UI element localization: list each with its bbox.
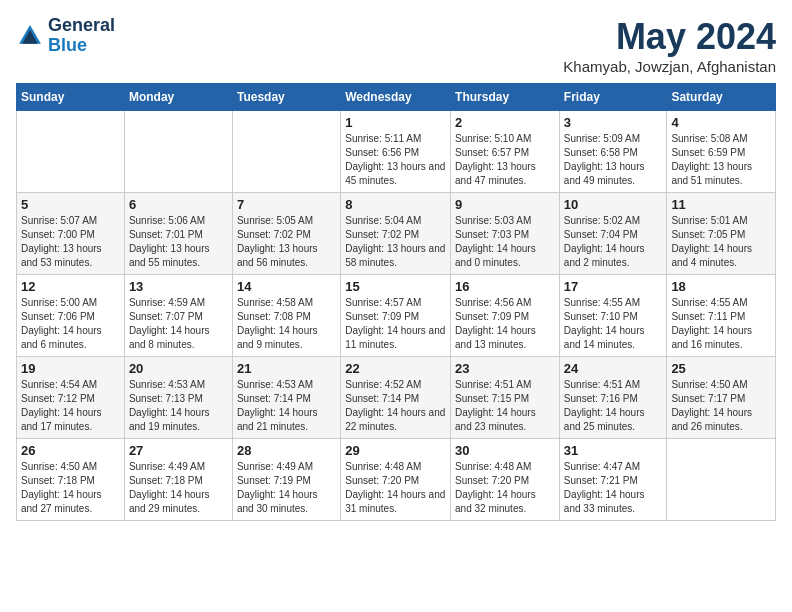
day-number: 21 xyxy=(237,361,336,376)
day-number: 14 xyxy=(237,279,336,294)
day-info: Sunrise: 4:59 AM Sunset: 7:07 PM Dayligh… xyxy=(129,296,228,352)
day-info: Sunrise: 4:51 AM Sunset: 7:16 PM Dayligh… xyxy=(564,378,663,434)
calendar-cell: 18Sunrise: 4:55 AM Sunset: 7:11 PM Dayli… xyxy=(667,275,776,357)
calendar-cell: 13Sunrise: 4:59 AM Sunset: 7:07 PM Dayli… xyxy=(124,275,232,357)
day-number: 15 xyxy=(345,279,446,294)
weekday-header-friday: Friday xyxy=(559,84,667,111)
week-row-0: 1Sunrise: 5:11 AM Sunset: 6:56 PM Daylig… xyxy=(17,111,776,193)
day-number: 20 xyxy=(129,361,228,376)
day-number: 7 xyxy=(237,197,336,212)
weekday-header-row: SundayMondayTuesdayWednesdayThursdayFrid… xyxy=(17,84,776,111)
day-number: 24 xyxy=(564,361,663,376)
calendar-cell: 3Sunrise: 5:09 AM Sunset: 6:58 PM Daylig… xyxy=(559,111,667,193)
weekday-header-saturday: Saturday xyxy=(667,84,776,111)
calendar-cell: 9Sunrise: 5:03 AM Sunset: 7:03 PM Daylig… xyxy=(451,193,560,275)
weekday-header-thursday: Thursday xyxy=(451,84,560,111)
logo-icon xyxy=(16,22,44,50)
day-info: Sunrise: 4:48 AM Sunset: 7:20 PM Dayligh… xyxy=(345,460,446,516)
day-number: 9 xyxy=(455,197,555,212)
calendar-table: SundayMondayTuesdayWednesdayThursdayFrid… xyxy=(16,83,776,521)
day-number: 28 xyxy=(237,443,336,458)
day-number: 16 xyxy=(455,279,555,294)
calendar-cell: 7Sunrise: 5:05 AM Sunset: 7:02 PM Daylig… xyxy=(232,193,340,275)
day-info: Sunrise: 5:00 AM Sunset: 7:06 PM Dayligh… xyxy=(21,296,120,352)
calendar-cell: 8Sunrise: 5:04 AM Sunset: 7:02 PM Daylig… xyxy=(341,193,451,275)
logo: General Blue xyxy=(16,16,115,56)
calendar-body: 1Sunrise: 5:11 AM Sunset: 6:56 PM Daylig… xyxy=(17,111,776,521)
calendar-cell: 31Sunrise: 4:47 AM Sunset: 7:21 PM Dayli… xyxy=(559,439,667,521)
day-info: Sunrise: 5:06 AM Sunset: 7:01 PM Dayligh… xyxy=(129,214,228,270)
month-title: May 2024 xyxy=(563,16,776,58)
day-info: Sunrise: 4:55 AM Sunset: 7:10 PM Dayligh… xyxy=(564,296,663,352)
day-number: 2 xyxy=(455,115,555,130)
calendar-cell: 1Sunrise: 5:11 AM Sunset: 6:56 PM Daylig… xyxy=(341,111,451,193)
calendar-cell xyxy=(232,111,340,193)
day-info: Sunrise: 5:08 AM Sunset: 6:59 PM Dayligh… xyxy=(671,132,771,188)
calendar-cell xyxy=(124,111,232,193)
calendar-cell: 21Sunrise: 4:53 AM Sunset: 7:14 PM Dayli… xyxy=(232,357,340,439)
weekday-header-tuesday: Tuesday xyxy=(232,84,340,111)
calendar-cell: 12Sunrise: 5:00 AM Sunset: 7:06 PM Dayli… xyxy=(17,275,125,357)
calendar-cell: 15Sunrise: 4:57 AM Sunset: 7:09 PM Dayli… xyxy=(341,275,451,357)
day-number: 26 xyxy=(21,443,120,458)
calendar-cell: 11Sunrise: 5:01 AM Sunset: 7:05 PM Dayli… xyxy=(667,193,776,275)
day-number: 13 xyxy=(129,279,228,294)
day-info: Sunrise: 5:09 AM Sunset: 6:58 PM Dayligh… xyxy=(564,132,663,188)
day-number: 5 xyxy=(21,197,120,212)
day-info: Sunrise: 5:05 AM Sunset: 7:02 PM Dayligh… xyxy=(237,214,336,270)
day-info: Sunrise: 5:11 AM Sunset: 6:56 PM Dayligh… xyxy=(345,132,446,188)
day-number: 10 xyxy=(564,197,663,212)
calendar-cell: 17Sunrise: 4:55 AM Sunset: 7:10 PM Dayli… xyxy=(559,275,667,357)
day-info: Sunrise: 5:04 AM Sunset: 7:02 PM Dayligh… xyxy=(345,214,446,270)
calendar-cell: 14Sunrise: 4:58 AM Sunset: 7:08 PM Dayli… xyxy=(232,275,340,357)
day-number: 12 xyxy=(21,279,120,294)
week-row-3: 19Sunrise: 4:54 AM Sunset: 7:12 PM Dayli… xyxy=(17,357,776,439)
day-number: 22 xyxy=(345,361,446,376)
day-info: Sunrise: 4:56 AM Sunset: 7:09 PM Dayligh… xyxy=(455,296,555,352)
day-info: Sunrise: 4:49 AM Sunset: 7:19 PM Dayligh… xyxy=(237,460,336,516)
week-row-4: 26Sunrise: 4:50 AM Sunset: 7:18 PM Dayli… xyxy=(17,439,776,521)
day-number: 19 xyxy=(21,361,120,376)
location-subtitle: Khamyab, Jowzjan, Afghanistan xyxy=(563,58,776,75)
day-info: Sunrise: 4:50 AM Sunset: 7:18 PM Dayligh… xyxy=(21,460,120,516)
calendar-cell: 24Sunrise: 4:51 AM Sunset: 7:16 PM Dayli… xyxy=(559,357,667,439)
calendar-cell: 6Sunrise: 5:06 AM Sunset: 7:01 PM Daylig… xyxy=(124,193,232,275)
day-info: Sunrise: 4:53 AM Sunset: 7:14 PM Dayligh… xyxy=(237,378,336,434)
weekday-header-monday: Monday xyxy=(124,84,232,111)
calendar-cell: 5Sunrise: 5:07 AM Sunset: 7:00 PM Daylig… xyxy=(17,193,125,275)
day-number: 8 xyxy=(345,197,446,212)
day-info: Sunrise: 4:54 AM Sunset: 7:12 PM Dayligh… xyxy=(21,378,120,434)
calendar-cell: 20Sunrise: 4:53 AM Sunset: 7:13 PM Dayli… xyxy=(124,357,232,439)
page-header: General Blue May 2024 Khamyab, Jowzjan, … xyxy=(16,16,776,75)
week-row-1: 5Sunrise: 5:07 AM Sunset: 7:00 PM Daylig… xyxy=(17,193,776,275)
calendar-cell: 28Sunrise: 4:49 AM Sunset: 7:19 PM Dayli… xyxy=(232,439,340,521)
day-number: 27 xyxy=(129,443,228,458)
calendar-cell xyxy=(17,111,125,193)
calendar-cell: 16Sunrise: 4:56 AM Sunset: 7:09 PM Dayli… xyxy=(451,275,560,357)
day-info: Sunrise: 4:51 AM Sunset: 7:15 PM Dayligh… xyxy=(455,378,555,434)
day-info: Sunrise: 4:57 AM Sunset: 7:09 PM Dayligh… xyxy=(345,296,446,352)
day-number: 11 xyxy=(671,197,771,212)
calendar-cell: 2Sunrise: 5:10 AM Sunset: 6:57 PM Daylig… xyxy=(451,111,560,193)
day-number: 30 xyxy=(455,443,555,458)
day-info: Sunrise: 5:01 AM Sunset: 7:05 PM Dayligh… xyxy=(671,214,771,270)
day-number: 3 xyxy=(564,115,663,130)
weekday-header-wednesday: Wednesday xyxy=(341,84,451,111)
day-number: 29 xyxy=(345,443,446,458)
day-number: 18 xyxy=(671,279,771,294)
day-number: 25 xyxy=(671,361,771,376)
calendar-cell: 25Sunrise: 4:50 AM Sunset: 7:17 PM Dayli… xyxy=(667,357,776,439)
day-info: Sunrise: 4:49 AM Sunset: 7:18 PM Dayligh… xyxy=(129,460,228,516)
day-info: Sunrise: 4:53 AM Sunset: 7:13 PM Dayligh… xyxy=(129,378,228,434)
calendar-cell: 29Sunrise: 4:48 AM Sunset: 7:20 PM Dayli… xyxy=(341,439,451,521)
title-block: May 2024 Khamyab, Jowzjan, Afghanistan xyxy=(563,16,776,75)
day-info: Sunrise: 4:50 AM Sunset: 7:17 PM Dayligh… xyxy=(671,378,771,434)
day-number: 17 xyxy=(564,279,663,294)
logo-text: General Blue xyxy=(48,16,115,56)
week-row-2: 12Sunrise: 5:00 AM Sunset: 7:06 PM Dayli… xyxy=(17,275,776,357)
calendar-cell: 26Sunrise: 4:50 AM Sunset: 7:18 PM Dayli… xyxy=(17,439,125,521)
calendar-cell xyxy=(667,439,776,521)
weekday-header-sunday: Sunday xyxy=(17,84,125,111)
day-info: Sunrise: 5:03 AM Sunset: 7:03 PM Dayligh… xyxy=(455,214,555,270)
day-number: 6 xyxy=(129,197,228,212)
